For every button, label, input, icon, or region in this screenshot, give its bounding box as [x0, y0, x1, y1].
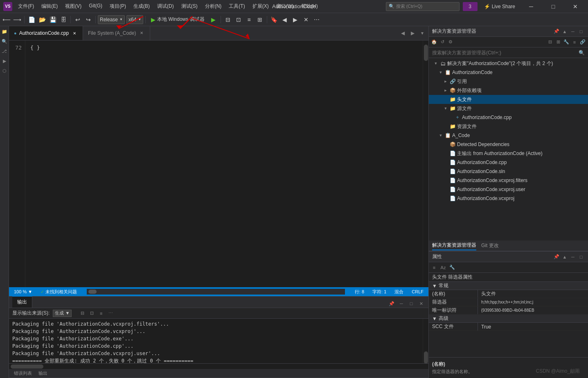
- activity-ext-icon[interactable]: ⬡: [1, 67, 8, 74]
- activity-run-icon[interactable]: ▶: [1, 57, 8, 65]
- tree-item-proj1[interactable]: ▼ 📋 AuthorizationCode: [429, 68, 588, 77]
- vertical-scrollbar[interactable]: [423, 40, 428, 287]
- output-source-select[interactable]: 生成 ▼: [53, 310, 72, 317]
- toolbar-back-btn[interactable]: ⟵: [2, 15, 11, 25]
- props-pin-btn[interactable]: 📌: [553, 253, 560, 261]
- tree-item-proj2[interactable]: ▼ 📋 A_Code: [429, 131, 588, 140]
- se-arrow-btn[interactable]: ▲: [561, 28, 568, 35]
- se-toolbar-view[interactable]: ≡: [571, 38, 578, 46]
- status-no-issues[interactable]: ✓ 未找到相关问题: [39, 287, 79, 296]
- menu-analyze[interactable]: 分析(N): [202, 2, 225, 11]
- menu-file[interactable]: 文件(F): [15, 2, 37, 11]
- tab-filesystem[interactable]: File System (A_Code) ✕: [83, 26, 150, 40]
- output-close-btn[interactable]: ✕: [417, 299, 425, 308]
- liveshare-button[interactable]: ⚡ Live Share: [481, 2, 518, 11]
- toolbar-clear-bookmarks[interactable]: ✕: [301, 15, 311, 25]
- toolbar-next-bookmark[interactable]: ▶: [291, 15, 300, 25]
- props-sort-icon[interactable]: ≡: [430, 264, 438, 271]
- bottom-tab-output[interactable]: 输出: [37, 369, 49, 377]
- tab-bar-menu[interactable]: ▾: [418, 29, 427, 38]
- se-maximize-btn[interactable]: □: [577, 28, 585, 35]
- output-vertical-scrollbar[interactable]: [423, 319, 428, 363]
- se-toolbar-home[interactable]: 🏠: [430, 38, 438, 46]
- se-pin-btn[interactable]: 📌: [553, 28, 560, 35]
- code-content[interactable]: { }: [25, 40, 423, 287]
- toolbar-more[interactable]: ⋯: [312, 15, 322, 25]
- menu-view[interactable]: 视图(V): [62, 2, 85, 11]
- toolbar-save-all-btn[interactable]: 🗄: [59, 15, 68, 25]
- toolbar-redo-btn[interactable]: ↪: [83, 15, 93, 25]
- activity-solution-icon[interactable]: 📁: [1, 28, 8, 35]
- toolbar-misc3[interactable]: ≡: [244, 15, 254, 25]
- tab-bar-prev[interactable]: ◀: [398, 29, 407, 38]
- tab-authorizationcode[interactable]: ● AuthorizationCode.cpp ✕: [9, 26, 83, 40]
- tree-item-authcpp[interactable]: + AuthorizationCode.cpp: [429, 113, 588, 122]
- toolbar-forward-btn[interactable]: ⟶: [12, 15, 22, 25]
- output-pin-btn[interactable]: 📌: [387, 299, 396, 308]
- tree-item-authvcxuser[interactable]: 📄 AuthorizationCode.vcxproj.user: [429, 185, 588, 194]
- toolbar-misc4[interactable]: ⊞: [255, 15, 265, 25]
- maximize-button[interactable]: □: [544, 0, 563, 13]
- bottom-tab-errors[interactable]: 错误列表: [12, 369, 34, 377]
- menu-test[interactable]: 测试(S): [178, 2, 201, 11]
- se-toolbar-sync[interactable]: 🔗: [579, 38, 586, 46]
- se-toolbar-filter[interactable]: ⚙: [447, 38, 454, 46]
- menu-build[interactable]: 生成(B): [130, 2, 153, 11]
- status-line-ending[interactable]: CRLF: [410, 287, 425, 296]
- menu-extensions[interactable]: 扩展(X): [249, 2, 272, 11]
- se-toolbar-new[interactable]: ⊞: [554, 38, 562, 46]
- tree-item-headers[interactable]: 📁 头文件: [429, 95, 588, 104]
- menu-git[interactable]: Git(G): [86, 2, 106, 11]
- horizontal-scrollbar[interactable]: [87, 289, 345, 295]
- output-minimize-btn[interactable]: ─: [397, 299, 406, 308]
- output-tab-output[interactable]: 输出: [12, 296, 32, 308]
- output-tool-1[interactable]: ⊟: [78, 309, 86, 317]
- status-line[interactable]: 行: 8: [353, 287, 366, 296]
- props-arrow-btn[interactable]: ▲: [561, 253, 568, 261]
- output-horizontal-scrollbar[interactable]: [9, 363, 428, 369]
- platform-dropdown[interactable]: x64 ▼: [126, 15, 143, 24]
- menu-project[interactable]: 项目(P): [106, 2, 129, 11]
- tree-item-root[interactable]: ▼ 🗂 解决方案"AuthorizationCode"(2 个项目，共 2 个): [429, 59, 588, 68]
- props-maximize-btn[interactable]: □: [577, 253, 585, 261]
- props-minimize-btn[interactable]: ─: [569, 253, 577, 261]
- se-search-input[interactable]: [432, 50, 577, 56]
- props-group-advanced[interactable]: ▼ 高级: [429, 315, 588, 323]
- status-zoom[interactable]: 100 % ▼: [12, 287, 34, 296]
- close-button[interactable]: ✕: [566, 0, 585, 13]
- tree-item-detdep[interactable]: 📦 Detected Dependencies: [429, 140, 588, 149]
- tree-item-resfiles[interactable]: 📁 资源文件: [429, 122, 588, 131]
- menu-edit[interactable]: 编辑(E): [38, 2, 61, 11]
- tab-close-btn[interactable]: ✕: [71, 30, 78, 36]
- se-toolbar-collapse[interactable]: ⊟: [546, 38, 554, 46]
- tree-item-sources[interactable]: ▼ 📁 源文件: [429, 104, 588, 113]
- tab-bar-next[interactable]: ▶: [408, 29, 417, 38]
- toolbar-prev-bookmark[interactable]: ◀: [280, 15, 290, 25]
- run-button[interactable]: ▶ 本地 Windows 调试器: [148, 15, 207, 24]
- output-tool-4[interactable]: ⋯: [106, 309, 115, 317]
- tree-item-authcpp2[interactable]: 📄 AuthorizationCode.cpp: [429, 158, 588, 167]
- toolbar-open-btn[interactable]: 📂: [37, 15, 47, 25]
- activity-search-icon[interactable]: 🔍: [1, 38, 8, 45]
- tree-item-authvcxfilters[interactable]: 📄 AuthorizationCode.vcxproj.filters: [429, 176, 588, 185]
- status-encoding[interactable]: 混合: [393, 287, 405, 296]
- tab-filesystem-close-btn[interactable]: ✕: [138, 30, 145, 36]
- toolbar-misc2[interactable]: ⊡: [234, 15, 243, 25]
- se-minimize-btn[interactable]: ─: [569, 28, 577, 35]
- se-bottom-tab-solution[interactable]: 解决方案资源管理器: [432, 241, 476, 250]
- output-tool-3[interactable]: ≡: [97, 309, 105, 317]
- toolbar-new-btn[interactable]: 📄: [27, 15, 36, 25]
- props-gear-icon[interactable]: 🔧: [448, 264, 456, 271]
- status-char[interactable]: 字符: 1: [371, 287, 388, 296]
- toolbar-misc1[interactable]: ⊟: [223, 15, 233, 25]
- tree-item-authsln[interactable]: 📄 AuthorizationCode.sln: [429, 167, 588, 176]
- props-group-general[interactable]: ▼ 常规: [429, 282, 588, 290]
- tree-item-extdep[interactable]: ► 📦 外部依赖项: [429, 86, 588, 95]
- toolbar-save-btn[interactable]: 💾: [48, 15, 58, 25]
- se-bottom-tab-git[interactable]: Git 更改: [481, 241, 499, 250]
- config-dropdown[interactable]: Release ▼: [98, 15, 125, 24]
- toolbar-undo-btn[interactable]: ↩: [73, 15, 83, 25]
- tree-item-mainout[interactable]: 📄 主输出 from AuthorizationCode (Active): [429, 149, 588, 158]
- se-toolbar-refresh[interactable]: ↺: [439, 38, 446, 46]
- props-alpha-icon[interactable]: Az: [439, 264, 447, 271]
